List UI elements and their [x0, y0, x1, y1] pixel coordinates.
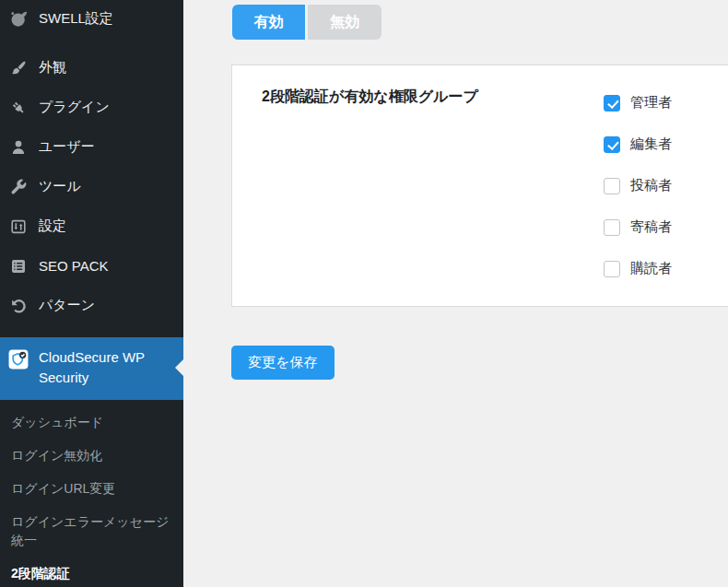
- patterns-undo-icon: [8, 297, 29, 315]
- sidebar-item-label: 外観: [39, 59, 66, 76]
- submenu-item-login-error-message[interactable]: ログインエラーメッセージ統一: [0, 505, 183, 557]
- save-changes-button[interactable]: 変更を保存: [231, 346, 335, 380]
- sidebar-item-seo-pack[interactable]: SEO PACK: [0, 246, 183, 286]
- sidebar-item-label: ツール: [39, 178, 81, 195]
- submenu-item-dashboard[interactable]: ダッシュボード: [0, 405, 183, 439]
- sidebar-item-swell-settings[interactable]: SWELL設定: [0, 0, 183, 37]
- submenu-item-login-url-change[interactable]: ログインURL変更: [0, 472, 183, 505]
- sidebar-item-patterns[interactable]: パターン: [0, 286, 183, 325]
- sidebar-item-label: ユーザー: [39, 138, 95, 156]
- cloudsecure-shield-icon: [8, 349, 29, 370]
- role-row-editor[interactable]: 編集者: [604, 135, 672, 153]
- role-label: 投稿者: [630, 177, 672, 194]
- plugin-icon: [8, 99, 29, 117]
- panel-heading: 2段階認証が有効な権限グループ: [262, 88, 478, 107]
- appearance-brush-icon: [8, 59, 29, 77]
- checkbox-editor[interactable]: [604, 136, 620, 153]
- sidebar-item-label: パターン: [39, 297, 95, 314]
- sidebar-item-label: CloudSecure WP Security: [39, 347, 176, 388]
- role-label: 編集者: [630, 135, 672, 153]
- sidebar-item-cloudsecure[interactable]: CloudSecure WP Security: [0, 337, 183, 400]
- seo-list-icon: [8, 257, 29, 276]
- sidebar-item-label: プラグイン: [39, 99, 110, 116]
- sidebar-item-appearance[interactable]: 外観: [0, 48, 183, 88]
- sidebar-item-users[interactable]: ユーザー: [0, 127, 183, 167]
- checkbox-subscriber[interactable]: [604, 261, 620, 277]
- settings-sliders-icon: [8, 217, 29, 236]
- settings-panel: 2段階認証が有効な権限グループ 管理者 編集者 投稿者 寄稿者 購読者: [231, 65, 728, 307]
- submenu-item-two-factor-auth[interactable]: 2段階認証: [0, 557, 183, 587]
- sidebar-item-label: SEO PACK: [39, 258, 109, 274]
- sidebar-item-tools[interactable]: ツール: [0, 167, 183, 206]
- role-label: 購読者: [630, 260, 672, 277]
- enable-disable-tabs: 有効 無効: [232, 5, 382, 40]
- checkbox-author[interactable]: [604, 178, 620, 194]
- content-area: 有効 無効 2段階認証が有効な権限グループ 管理者 編集者 投稿者 寄稿者: [183, 0, 728, 587]
- cloudsecure-submenu: ダッシュボード ログイン無効化 ログインURL変更 ログインエラーメッセージ統一…: [0, 400, 183, 587]
- tab-enabled[interactable]: 有効: [232, 5, 305, 40]
- submenu-item-login-disable[interactable]: ログイン無効化: [0, 439, 183, 472]
- checkbox-contributor[interactable]: [604, 219, 620, 236]
- checkbox-administrator[interactable]: [604, 95, 620, 112]
- role-row-contributor[interactable]: 寄稿者: [604, 218, 672, 236]
- admin-sidebar: SWELL設定 外観 プラグイン: [0, 0, 183, 587]
- swell-icon: [8, 9, 29, 29]
- role-label: 管理者: [630, 94, 672, 112]
- sidebar-item-plugins[interactable]: プラグイン: [0, 88, 183, 127]
- role-row-author[interactable]: 投稿者: [604, 177, 672, 194]
- sidebar-item-label: SWELL設定: [39, 10, 113, 28]
- users-icon: [8, 138, 29, 157]
- role-row-administrator[interactable]: 管理者: [604, 94, 672, 112]
- role-label: 寄稿者: [630, 218, 672, 236]
- admin-menu: SWELL設定 外観 プラグイン: [0, 0, 183, 587]
- sidebar-item-settings[interactable]: 設定: [0, 206, 183, 246]
- role-checkbox-group: 管理者 編集者 投稿者 寄稿者 購読者: [604, 94, 672, 301]
- sidebar-item-label: 設定: [39, 217, 66, 235]
- tools-wrench-icon: [8, 178, 29, 196]
- tab-disabled[interactable]: 無効: [308, 5, 382, 40]
- role-row-subscriber[interactable]: 購読者: [604, 260, 672, 277]
- current-menu-arrow: [175, 359, 183, 376]
